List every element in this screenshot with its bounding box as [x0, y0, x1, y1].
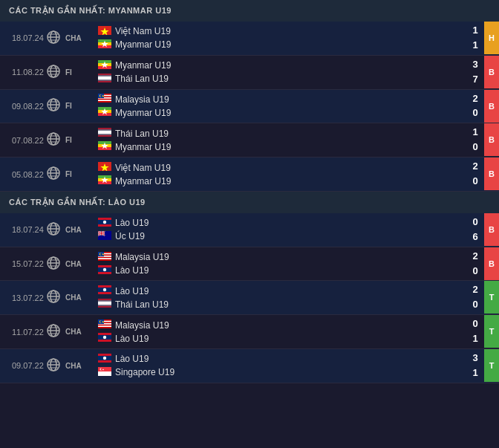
- score-value: 6: [472, 231, 477, 244]
- match-left-info: 11.07.22 CHA: [0, 315, 94, 348]
- team-row: Lào U19: [98, 218, 462, 229]
- match-date: 11.08.22: [6, 65, 46, 79]
- match-teams: Myanmar U19Thái Lan U19: [94, 56, 466, 89]
- match-left-info: 11.08.22 FI: [0, 56, 94, 89]
- team-row: Thái Lan U19: [98, 299, 462, 310]
- flag-la: [98, 333, 111, 344]
- match-row[interactable]: 15.07.22 CHAMalaysia U19Lào U1920B: [0, 247, 499, 282]
- match-row[interactable]: 13.07.22 CHALào U19Thái Lan U1920T: [0, 281, 499, 315]
- match-teams: Malaysia U19Myanmar U19: [94, 90, 466, 123]
- score-value: 3: [472, 59, 477, 71]
- flag-vn: [98, 162, 111, 173]
- result-badge: B: [484, 56, 499, 88]
- svg-point-100: [103, 267, 106, 270]
- result-badge: B: [484, 123, 499, 156]
- team-name: Việt Nam U19: [115, 26, 171, 36]
- match-type-label: CHA: [64, 362, 91, 370]
- flag-mm: [98, 141, 111, 152]
- flag-au: [98, 231, 111, 242]
- match-date: 18.07.24: [6, 30, 46, 45]
- flag-my: [98, 252, 111, 263]
- svg-rect-54: [98, 147, 111, 150]
- match-row[interactable]: 05.08.22 FIViệt Nam U19Myanmar U1920B: [0, 158, 499, 192]
- match-type-label: FI: [64, 102, 91, 110]
- match-date: 11.07.22: [6, 325, 46, 340]
- match-scores: 20: [466, 90, 484, 123]
- flag-my: [98, 94, 111, 105]
- team-row: Myanmar U19: [98, 60, 462, 71]
- match-row[interactable]: 18.07.24 CHAViệt Nam U19Myanmar U1911H: [0, 22, 499, 56]
- team-name: Lào U19: [115, 334, 149, 344]
- match-type-label: CHA: [64, 226, 91, 234]
- team-name: Myanmar U19: [115, 108, 171, 118]
- match-teams: Lào U19Úc U19: [94, 213, 466, 247]
- globe-icon: [46, 132, 64, 149]
- team-row: Lào U19: [98, 354, 462, 365]
- match-row[interactable]: 18.07.24 CHALào U19Úc U1906B: [0, 213, 499, 247]
- team-name: Myanmar U19: [115, 142, 171, 152]
- team-row: Malaysia U19: [98, 94, 462, 105]
- match-type-label: CHA: [64, 328, 91, 336]
- match-type-label: CHA: [64, 293, 91, 302]
- team-name: Lào U19: [115, 354, 149, 364]
- result-badge: B: [484, 158, 499, 190]
- match-left-info: 09.08.22 FI: [0, 90, 94, 123]
- flag-mm: [98, 39, 111, 51]
- match-left-info: 15.07.22 CHA: [0, 247, 94, 281]
- svg-rect-113: [98, 302, 111, 305]
- score-value: 1: [472, 39, 477, 52]
- svg-rect-21: [98, 74, 111, 75]
- match-date: 15.07.22: [6, 256, 46, 271]
- flag-th: [98, 74, 111, 85]
- match-row[interactable]: 07.08.22 FIThái Lan U19Myanmar U1910B: [0, 123, 499, 158]
- flag-th: [98, 299, 111, 310]
- svg-point-74: [103, 221, 106, 224]
- match-left-info: 13.07.22 CHA: [0, 281, 94, 314]
- app-container: CÁC TRẬN GẦN NHẤT: MYANMAR U1918.07.24 C…: [0, 0, 499, 383]
- team-name: Myanmar U19: [115, 60, 171, 71]
- section-header: CÁC TRẬN GẦN NHẤT: MYANMAR U19: [0, 0, 499, 22]
- result-badge: B: [484, 213, 499, 246]
- result-badge: T: [484, 315, 499, 348]
- score-value: 7: [472, 74, 477, 86]
- svg-rect-122: [98, 325, 111, 327]
- svg-rect-51: [98, 131, 111, 134]
- score-value: 2: [472, 284, 477, 296]
- score-value: 0: [472, 141, 477, 154]
- globe-icon: [46, 30, 64, 47]
- score-value: 1: [472, 25, 477, 37]
- team-name: Singapore U19: [115, 367, 175, 377]
- team-name: Thái Lan U19: [115, 129, 169, 139]
- team-row: Malaysia U19: [98, 319, 462, 331]
- team-row: Myanmar U19: [98, 141, 462, 152]
- team-name: Myanmar U19: [115, 39, 171, 50]
- team-row: Úc U19: [98, 231, 462, 242]
- match-teams: Lào U19Singapore U19: [94, 349, 466, 383]
- score-value: 2: [472, 93, 477, 105]
- team-name: Lào U19: [115, 286, 149, 296]
- match-left-info: 05.08.22 FI: [0, 158, 94, 191]
- team-name: Thái Lan U19: [115, 299, 169, 310]
- match-row[interactable]: 09.08.22 FIMalaysia U19Myanmar U1920B: [0, 90, 499, 124]
- flag-la: [98, 285, 111, 296]
- globe-icon: [46, 357, 64, 374]
- match-row[interactable]: 11.08.22 FIMyanmar U19Thái Lan U1937B: [0, 56, 499, 90]
- svg-rect-18: [98, 66, 111, 69]
- flag-mm: [98, 60, 111, 71]
- match-teams: Malaysia U19Lào U19: [94, 315, 466, 348]
- svg-rect-24: [98, 76, 111, 79]
- svg-point-137: [103, 357, 106, 360]
- score-value: 1: [472, 126, 477, 139]
- globe-icon: [46, 64, 64, 81]
- match-date: 09.07.22: [6, 358, 46, 373]
- globe-icon: [46, 289, 64, 306]
- match-scores: 37: [466, 56, 484, 89]
- team-name: Myanmar U19: [115, 176, 171, 186]
- team-row: Việt Nam U19: [98, 26, 462, 37]
- match-scores: 31: [466, 349, 484, 383]
- match-row[interactable]: 09.07.22 CHALào U19Singapore U1931T: [0, 349, 499, 383]
- match-row[interactable]: 11.07.22 CHAMalaysia U19Lào U1901T: [0, 315, 499, 349]
- result-badge: B: [484, 247, 499, 280]
- section-header: CÁC TRẬN GẦN NHẤT: LÀO U19: [0, 192, 499, 213]
- score-value: 0: [472, 216, 477, 229]
